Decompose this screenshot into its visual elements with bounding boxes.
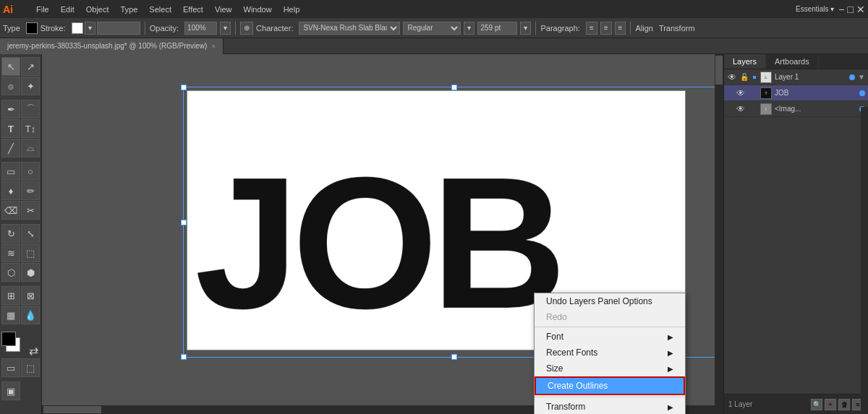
left-toolbar: ↖ ↗ ⌾ ✦ ✒ ⌒ T T↕ ╱ ⌓ ▭ ○ ♦ ✏ ⌫ (0, 54, 42, 414)
fill-swatch[interactable] (26, 22, 38, 34)
magic-wand-tool[interactable]: ✦ (21, 77, 40, 95)
layer-row-job: 👁 T JOB (724, 85, 868, 101)
minimize-btn[interactable]: − (838, 4, 844, 15)
rect-tool[interactable]: ▭ (1, 162, 20, 181)
menu-type[interactable]: Type (115, 4, 144, 15)
menu-help[interactable]: Help (278, 4, 306, 15)
swap-colors-btn[interactable]: ⇄ (29, 344, 38, 358)
vertical-scroll-thumb[interactable] (715, 56, 723, 85)
selection-tool[interactable]: ↖ (1, 57, 20, 76)
horizontal-scroll-thumb[interactable] (43, 406, 101, 413)
main-toolbar: Type Stroke: ▾ Opacity: ▾ ⊕ Character: S… (0, 18, 868, 38)
menu-view[interactable]: View (209, 4, 238, 15)
ctx-size[interactable]: Size ▶ (535, 361, 685, 376)
line-tool[interactable]: ╱ (1, 139, 20, 158)
draw-inside-btn[interactable]: ⬚ (21, 358, 40, 377)
character-label: Character: (256, 24, 293, 33)
job-visibility-toggle[interactable]: 👁 (736, 88, 746, 98)
layer1-expand-btn[interactable]: ▼ (858, 73, 865, 81)
scale-tool[interactable]: ⤡ (21, 224, 40, 243)
align-left-btn[interactable]: ≡ (586, 22, 597, 35)
stroke-input[interactable] (97, 22, 140, 35)
eraser-tool[interactable]: ⌫ (1, 201, 20, 220)
font-size-input[interactable] (477, 22, 517, 35)
ctx-recent-fonts[interactable]: Recent Fonts ▶ (535, 345, 685, 361)
ctx-undo[interactable]: Undo Layers Panel Options (535, 293, 685, 309)
gradient-tools: ▦ 💧 (1, 306, 40, 324)
pen-tool[interactable]: ✒ (1, 100, 20, 118)
rotate-tool[interactable]: ↻ (1, 224, 20, 243)
align-right-btn[interactable]: ≡ (615, 22, 626, 35)
ctx-size-arrow: ▶ (668, 365, 673, 373)
handle-tl[interactable] (181, 85, 187, 90)
pencil-tool[interactable]: ✏ (21, 181, 40, 200)
mesh-tool[interactable]: ⊠ (21, 286, 40, 305)
erase-tools: ⌫ ✂ (1, 201, 40, 220)
restore-btn[interactable]: □ (848, 4, 854, 15)
selection-tools: ↖ ↗ (1, 57, 40, 76)
scissors-tool[interactable]: ✂ (21, 201, 40, 220)
layer1-visibility-toggle[interactable]: 👁 (727, 72, 737, 82)
curvature-tool[interactable]: ⌒ (21, 100, 40, 118)
opacity-input[interactable] (184, 22, 217, 35)
lasso-tool[interactable]: ⌾ (1, 77, 20, 95)
change-screen-mode-btn[interactable]: ▣ (1, 381, 20, 400)
type-tool[interactable]: T (1, 119, 20, 138)
font-style-select[interactable]: Regular (403, 22, 461, 35)
ellipse-tool[interactable]: ○ (21, 162, 40, 181)
close-btn[interactable]: ✕ (856, 4, 865, 15)
handle-ml[interactable] (181, 220, 187, 225)
live-paint-tool[interactable]: ⬢ (21, 263, 40, 282)
artboards-tab[interactable]: Artboards (766, 54, 819, 69)
font-style-btn[interactable]: ▾ (464, 22, 475, 35)
menu-effect[interactable]: Effect (177, 4, 209, 15)
add-layer-btn[interactable]: + (825, 399, 836, 410)
opacity-menu-btn[interactable]: ▾ (220, 22, 231, 35)
stroke-swatch[interactable] (72, 22, 83, 34)
ctx-redo: Redo (535, 309, 685, 325)
align-center-btn[interactable]: ≡ (600, 22, 612, 35)
right-panel-scrollbar[interactable] (861, 107, 868, 414)
free-transform-tool[interactable]: ⬚ (21, 243, 40, 262)
context-menu: Undo Layers Panel Options Redo Font ▶ Re… (534, 293, 686, 414)
paintbrush-tool[interactable]: ♦ (1, 181, 20, 200)
tab-close-btn[interactable]: × (211, 43, 215, 50)
menu-edit[interactable]: Edit (55, 4, 80, 15)
vertical-scrollbar[interactable] (715, 54, 723, 414)
layer1-lock-icon[interactable]: 🔓 (740, 73, 749, 82)
font-size-btn[interactable]: ▾ (520, 22, 531, 35)
foreground-color-swatch[interactable] (1, 332, 16, 346)
ctx-create-outlines[interactable]: Create Outlines (535, 376, 685, 395)
warp-tool[interactable]: ≋ (1, 243, 20, 262)
menu-file[interactable]: File (30, 4, 55, 15)
image-visibility-toggle[interactable]: 👁 (736, 104, 746, 114)
stroke-menu-btn[interactable]: ▾ (85, 22, 95, 35)
handle-bl[interactable] (181, 354, 187, 360)
gradient-tool[interactable]: ▦ (1, 306, 20, 324)
draw-normal-btn[interactable]: ▭ (1, 358, 20, 377)
direct-select-tool[interactable]: ↗ (21, 57, 40, 76)
job-thumbnail: T (760, 87, 772, 99)
ctx-transform[interactable]: Transform ▶ (535, 399, 685, 414)
ctx-sep-1 (535, 327, 685, 327)
document-tab[interactable]: jeremy-perkins-380335-unsplash.jpg* @ 10… (0, 38, 224, 54)
menu-window[interactable]: Window (238, 4, 278, 15)
ctx-font[interactable]: Font ▶ (535, 329, 685, 345)
eyedropper-tool[interactable]: 💧 (21, 306, 40, 324)
font-family-select[interactable]: SVN-Nexa Rush Slab Blac... (299, 22, 400, 35)
menu-select[interactable]: Select (143, 4, 177, 15)
perspective-grid-tool[interactable]: ⊞ (1, 286, 20, 305)
touch-type-tool[interactable]: T↕ (21, 119, 40, 138)
tab-filename: jeremy-perkins-380335-unsplash.jpg* @ 10… (7, 42, 207, 50)
char-options-btn[interactable]: ⊕ (240, 22, 253, 35)
layers-tab[interactable]: Layers (724, 54, 766, 69)
handle-bm[interactable] (451, 354, 457, 360)
shape-builder-tool[interactable]: ⬡ (1, 263, 20, 282)
delete-layer-btn[interactable]: 🗑 (838, 399, 850, 410)
arc-tool[interactable]: ⌓ (21, 139, 40, 158)
handle-tm[interactable] (451, 85, 457, 90)
menu-object[interactable]: Object (80, 4, 115, 15)
ctx-sep-2 (535, 397, 685, 397)
color-swatches-area: ⇄ (1, 332, 40, 358)
search-layers-btn[interactable]: 🔍 (811, 399, 822, 410)
